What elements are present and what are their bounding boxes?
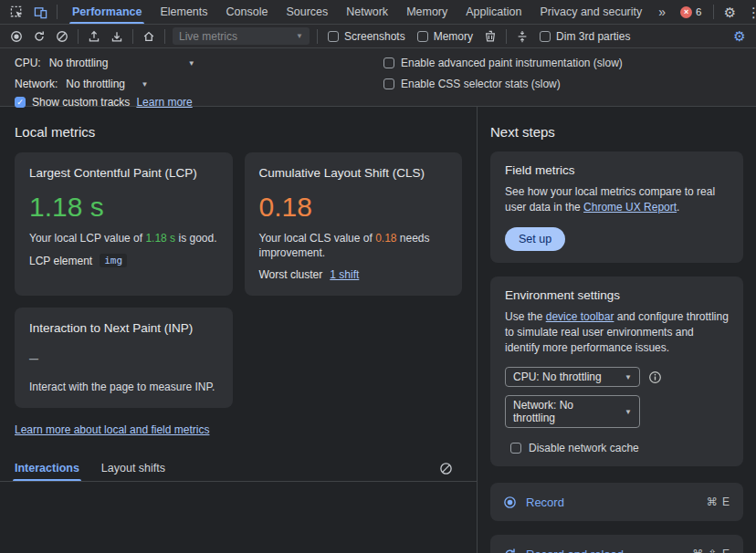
- divider: [506, 29, 507, 44]
- home-live-metrics-icon[interactable]: [138, 26, 160, 46]
- subtab-layout-shifts[interactable]: Layout shifts: [101, 455, 165, 481]
- cls-title: Cumulative Layout Shift (CLS): [259, 164, 448, 182]
- environment-settings-description: Use the device toolbar and configure thr…: [505, 309, 729, 356]
- environment-settings-card: Environment settings Use the device tool…: [490, 276, 743, 466]
- chevron-down-icon: ▼: [188, 59, 195, 68]
- tab-elements[interactable]: Elements: [151, 0, 216, 24]
- panel-tabs: Performance Elements Console Sources Net…: [63, 0, 651, 24]
- chevron-down-icon: ▼: [296, 32, 303, 40]
- local-metrics-heading: Local metrics: [15, 124, 462, 140]
- show-custom-tracks-checkbox[interactable]: ✓ Show custom tracks Learn more: [15, 94, 193, 110]
- subtab-interactions[interactable]: Interactions: [15, 455, 79, 481]
- collect-garbage-icon[interactable]: [479, 26, 501, 46]
- checkbox-unchecked: [417, 31, 428, 42]
- tab-network[interactable]: Network: [337, 0, 397, 24]
- settings-gear-icon[interactable]: ⚙: [719, 3, 741, 22]
- record-icon[interactable]: [5, 26, 27, 46]
- inp-value: –: [29, 349, 218, 368]
- memory-checkbox[interactable]: Memory: [412, 30, 478, 43]
- disable-network-cache-checkbox[interactable]: Disable network cache: [505, 442, 729, 454]
- worst-cluster-link[interactable]: 1 shift: [330, 268, 359, 281]
- device-toolbar-icon[interactable]: [29, 3, 51, 22]
- inp-card: Interaction to Next Paint (INP) – Intera…: [15, 308, 233, 408]
- record-reload-shortcut-card[interactable]: Record and reload ⌘ ⇧ E: [490, 535, 743, 553]
- checkbox-unchecked: [510, 443, 521, 454]
- clear-icon[interactable]: [51, 26, 73, 46]
- tab-application[interactable]: Application: [457, 0, 530, 24]
- cls-value: 0.18: [259, 192, 448, 223]
- cls-inline-value: 0.18: [375, 232, 396, 245]
- tab-memory[interactable]: Memory: [397, 0, 457, 24]
- info-icon[interactable]: [648, 370, 662, 384]
- field-metrics-title: Field metrics: [505, 163, 729, 177]
- upload-profile-icon[interactable]: [83, 26, 105, 46]
- tab-sources[interactable]: Sources: [277, 0, 337, 24]
- record-reload-icon: [503, 548, 517, 553]
- device-toolbar-link[interactable]: device toolbar: [546, 310, 614, 323]
- divider: [132, 29, 133, 44]
- lcp-element-label: LCP element: [29, 255, 92, 267]
- lcp-card: Largest Contentful Paint (LCP) 1.18 s Yo…: [15, 152, 233, 296]
- devtools-tabbar: Performance Elements Console Sources Net…: [0, 0, 756, 25]
- cpu-throttling-select[interactable]: CPU: No throttling ▼: [15, 54, 195, 72]
- error-count: 6: [696, 6, 701, 17]
- divider: [78, 29, 79, 44]
- chevron-down-icon: ▼: [625, 373, 632, 381]
- checkbox-unchecked: [383, 57, 394, 68]
- error-icon: ×: [680, 6, 692, 18]
- divider: [713, 5, 714, 19]
- divider: [164, 29, 165, 44]
- chevron-down-icon: ▼: [141, 80, 148, 89]
- custom-tracks-learn-more-link[interactable]: Learn more: [136, 96, 192, 109]
- lcp-value: 1.18 s: [29, 192, 218, 223]
- screenshots-checkbox[interactable]: Screenshots: [322, 30, 411, 43]
- more-tabs-icon[interactable]: »: [651, 5, 673, 19]
- collapse-icon[interactable]: [511, 26, 533, 46]
- lcp-element-chip[interactable]: img: [100, 254, 127, 267]
- css-selector-stats-checkbox[interactable]: Enable CSS selector stats (slow): [383, 75, 561, 93]
- divider: [57, 5, 58, 19]
- lcp-description: Your local LCP value of 1.18 s is good.: [29, 231, 218, 245]
- checkbox-unchecked: [383, 78, 394, 89]
- lcp-inline-value: 1.18 s: [145, 232, 175, 245]
- checkbox-checked: ✓: [15, 97, 26, 108]
- local-field-metrics-learn-more-link[interactable]: Learn more about local and field metrics: [15, 423, 209, 436]
- checkbox-unchecked: [540, 31, 551, 42]
- tab-privacy-security[interactable]: Privacy and security: [530, 0, 651, 24]
- kebab-menu-icon[interactable]: ⋮: [743, 3, 756, 22]
- cls-description: Your local CLS value of 0.18 needs impro…: [259, 231, 448, 260]
- record-shortcut-card[interactable]: Record ⌘ E: [490, 483, 743, 521]
- next-steps-panel: Next steps Field metrics See how your lo…: [478, 107, 756, 553]
- dim-3rd-parties-checkbox[interactable]: Dim 3rd parties: [534, 30, 635, 43]
- console-error-badge[interactable]: × 6: [675, 6, 707, 18]
- field-metrics-description: See how your local metrics compare to re…: [505, 184, 729, 215]
- inp-description: Interact with the page to measure INP.: [29, 380, 218, 394]
- checkbox-unchecked: [328, 31, 339, 42]
- inp-title: Interaction to Next Paint (INP): [29, 319, 218, 337]
- inspect-element-icon[interactable]: [5, 3, 27, 22]
- history-select[interactable]: Live metrics ▼: [173, 27, 310, 45]
- lcp-title: Largest Contentful Paint (LCP): [29, 164, 218, 182]
- env-network-throttling-select[interactable]: Network: No throttling ▼: [505, 395, 640, 428]
- cpu-throttling-value: No throttling: [49, 57, 109, 69]
- metric-cards: Largest Contentful Paint (LCP) 1.18 s Yo…: [15, 152, 462, 408]
- tab-performance[interactable]: Performance: [63, 0, 151, 24]
- download-profile-icon[interactable]: [106, 26, 128, 46]
- record-reload-label: Record and reload: [526, 548, 624, 553]
- tab-console[interactable]: Console: [217, 0, 278, 24]
- clear-log-icon[interactable]: [435, 459, 457, 478]
- environment-settings-title: Environment settings: [505, 288, 729, 302]
- set-up-button[interactable]: Set up: [505, 227, 565, 251]
- record-label: Record: [526, 496, 564, 509]
- chrome-ux-report-link[interactable]: Chrome UX Report: [583, 201, 677, 214]
- paint-instrumentation-checkbox[interactable]: Enable advanced paint instrumentation (s…: [383, 54, 623, 72]
- record-reload-icon[interactable]: [28, 26, 50, 46]
- chevron-down-icon: ▼: [625, 408, 632, 416]
- capture-settings-panel: CPU: No throttling ▼ Network: No throttl…: [0, 48, 756, 107]
- logs-subtabs: Interactions Layout shifts: [0, 455, 477, 482]
- network-throttling-select[interactable]: Network: No throttling ▼: [15, 75, 148, 93]
- capture-settings-gear-icon[interactable]: ⚙: [729, 26, 751, 46]
- cls-cluster-label: Worst cluster: [259, 268, 323, 281]
- history-select-value: Live metrics: [179, 30, 237, 43]
- env-cpu-throttling-select[interactable]: CPU: No throttling ▼: [505, 367, 640, 387]
